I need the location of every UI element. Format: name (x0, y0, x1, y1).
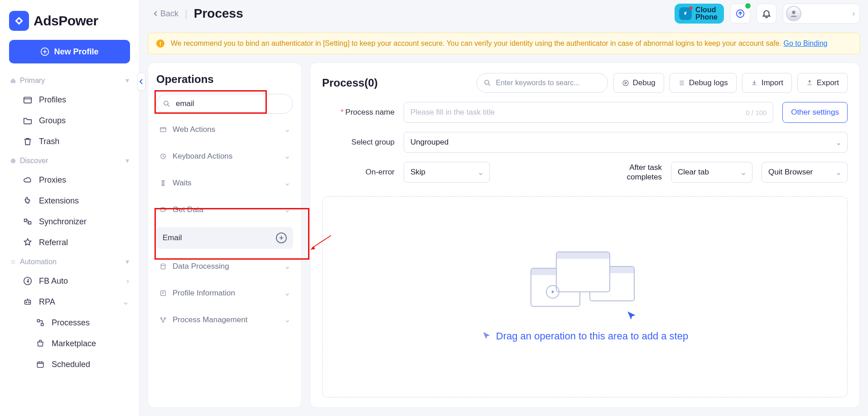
sidebar-item-proxies[interactable]: Proxies (0, 169, 139, 190)
item-label: RPA (39, 297, 55, 307)
shop-icon (35, 339, 45, 348)
svg-point-25 (485, 80, 489, 84)
drop-steps-area[interactable]: Drag an operation to this area to add a … (322, 196, 848, 397)
item-label: Processes (52, 318, 90, 328)
add-icon[interactable]: + (276, 232, 287, 243)
section-header-primary[interactable]: Primary ▾ (0, 72, 139, 89)
ops-group-data-processing[interactable]: Data Processing⌄ (156, 255, 293, 277)
new-profile-label: New Profile (54, 47, 98, 57)
select-value: Quit Browser (768, 168, 813, 177)
sidebar-item-profiles[interactable]: Profiles (0, 89, 139, 110)
group-label: Process Management (173, 315, 247, 324)
export-button[interactable]: Export (797, 73, 848, 93)
upload-icon (735, 9, 745, 19)
select-on-error[interactable]: Skip⌄ (404, 162, 490, 183)
back-button[interactable]: Back (153, 9, 178, 19)
section-label: Automation (20, 258, 57, 266)
chevron-down-icon: ⌄ (284, 315, 290, 324)
process-search-input[interactable]: Enter keywords to searc... (477, 73, 608, 93)
chevron-down-icon: ⌄ (284, 178, 290, 188)
new-profile-button[interactable]: New Profile (9, 40, 130, 63)
svg-rect-9 (37, 319, 39, 322)
notifications-button[interactable] (757, 4, 776, 24)
form-label-onerror: On-error (322, 168, 395, 177)
empty-illustration (530, 252, 639, 319)
profile-icon (159, 289, 167, 297)
ops-group-waits[interactable]: Waits⌄ (156, 172, 293, 194)
avatar-icon (786, 6, 801, 21)
cloud-icon (23, 175, 33, 185)
group-label: Data Processing (173, 262, 229, 271)
facebook-icon (23, 276, 33, 286)
ops-group-profile-info[interactable]: Profile Information⌄ (156, 282, 293, 304)
btn-label: Debug (633, 78, 656, 87)
sidebar-item-marketplace[interactable]: Marketplace (0, 333, 139, 354)
star-icon (23, 237, 33, 247)
item-label: Extensions (39, 196, 79, 206)
sidebar-item-fbauto[interactable]: FB Auto› (0, 271, 139, 291)
sidebar-item-groups[interactable]: Groups (0, 110, 139, 131)
logo: AdsPower (0, 0, 139, 40)
sidebar-item-rpa[interactable]: RPA⌄ (0, 291, 139, 312)
user-menu[interactable]: › (783, 4, 860, 24)
compass-icon (10, 158, 16, 164)
cloud-phone-button[interactable]: CloudPhone (675, 4, 724, 24)
select-after-browser[interactable]: Quit Browser⌄ (762, 162, 848, 183)
debug-logs-button[interactable]: Debug logs (670, 73, 737, 93)
svg-rect-17 (161, 208, 165, 211)
svg-point-24 (163, 321, 164, 322)
alert-link[interactable]: Go to Binding (784, 39, 828, 47)
alert-banner: ! We recommend you to bind an authentica… (148, 33, 860, 54)
select-after-tab[interactable]: Clear tab⌄ (671, 162, 752, 183)
debug-button[interactable]: Debug (613, 73, 664, 93)
database-icon (159, 262, 167, 271)
chevron-down-icon: ▾ (125, 76, 129, 85)
svg-rect-21 (161, 290, 166, 295)
sidebar-item-processes[interactable]: Processes (0, 312, 139, 333)
sidebar-item-trash[interactable]: Trash (0, 131, 139, 152)
item-label: FB Auto (39, 276, 68, 286)
section-header-discover[interactable]: Discover ▾ (0, 152, 139, 169)
section-label: Primary (20, 77, 45, 85)
other-settings-button[interactable]: Other settings (782, 102, 848, 123)
item-label: Scheduled (52, 360, 90, 369)
item-label: Proxies (39, 175, 66, 185)
operations-panel: Operations Web Actions⌄ Keyboard Actions… (148, 63, 302, 408)
import-button[interactable]: Import (742, 73, 792, 93)
svg-rect-10 (41, 324, 43, 326)
process-name-input[interactable]: Please fill in the task title0 / 100 (404, 102, 773, 123)
select-group[interactable]: Ungrouped⌄ (404, 132, 848, 153)
section-header-automation[interactable]: Automation ▾ (0, 253, 139, 271)
svg-rect-11 (37, 362, 43, 368)
placeholder-text: Please fill in the task title (410, 108, 495, 117)
item-label: Trash (39, 137, 59, 146)
upload-button[interactable] (730, 4, 750, 24)
btn-label: Import (762, 78, 783, 87)
fetch-icon (159, 206, 167, 214)
ops-group-keyboard[interactable]: Keyboard Actions⌄ (156, 145, 293, 167)
ops-group-get-data[interactable]: Get Data⌄ (156, 198, 293, 221)
sidebar-item-scheduled[interactable]: Scheduled (0, 354, 139, 375)
btn-label: Export (817, 78, 839, 87)
item-label: Profiles (39, 95, 66, 105)
chevron-down-icon: ⌄ (284, 205, 290, 214)
select-value: Clear tab (678, 168, 709, 177)
chevron-down-icon: ⌄ (284, 151, 290, 161)
search-icon (483, 79, 492, 87)
ops-item-email[interactable]: Email+ (156, 227, 293, 249)
keyboard-icon (159, 152, 167, 160)
sidebar-item-extensions[interactable]: Extensions (0, 190, 139, 211)
svg-point-14 (164, 101, 168, 105)
ops-group-web-actions[interactable]: Web Actions⌄ (156, 118, 293, 140)
operations-search-input[interactable] (156, 94, 293, 114)
search-icon (163, 100, 171, 108)
sidebar-item-synchronizer[interactable]: Synchronizer (0, 211, 139, 232)
sidebar-item-referral[interactable]: Referral (0, 232, 139, 253)
svg-rect-4 (29, 222, 31, 224)
svg-point-2 (11, 158, 16, 163)
item-label: Synchronizer (39, 217, 87, 227)
home-icon (10, 77, 16, 84)
pointer-icon (482, 331, 492, 341)
ops-group-process-mgmt[interactable]: Process Management⌄ (156, 309, 293, 331)
cloud-phone-icon (679, 7, 692, 20)
